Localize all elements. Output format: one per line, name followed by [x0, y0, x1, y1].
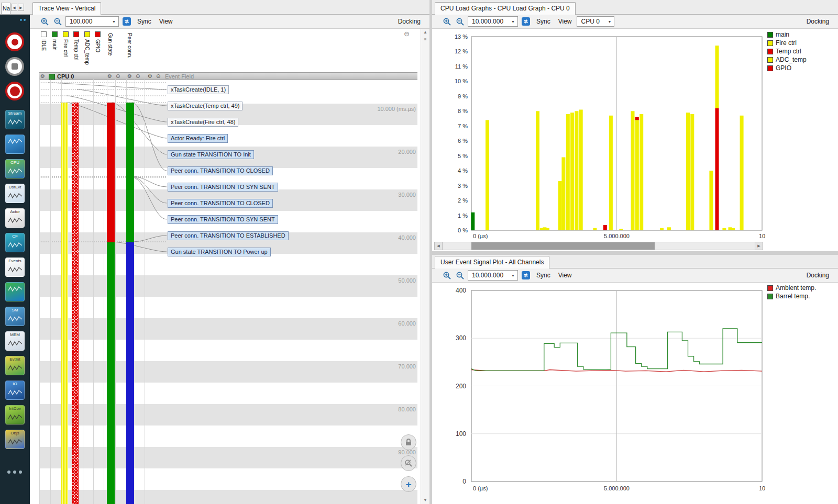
gun-state-gear-icon[interactable]: ⚙ [107, 73, 112, 80]
cpu-load-bar-temp-ctrl [635, 117, 639, 120]
sidebar-item-intcov[interactable]: IntCov [5, 405, 25, 424]
cpu-horizontal-scrollbar[interactable]: ◀ ▶ [434, 242, 763, 250]
event-label[interactable]: Peer conn. TRANSITION TO ESTABLISHED [168, 231, 289, 240]
trace-lane-gun-state[interactable] [107, 103, 115, 242]
zoom-in-button[interactable] [39, 16, 50, 27]
column-settings-row: ⚙CPU 0⚙⊙⚙⊙⚙⊖Event Field [39, 72, 417, 80]
stop-button[interactable] [5, 57, 24, 76]
interval-combobox[interactable]: 10.000.000▼ [468, 270, 518, 281]
event-label[interactable]: Peer conn. TRANSITION TO SYN SENT [168, 215, 278, 224]
cpu-settings-gear-icon[interactable]: ⚙ [40, 73, 45, 80]
zoom-in-button[interactable] [442, 16, 452, 27]
cpu-select-combobox[interactable]: CPU 0▼ [577, 16, 614, 27]
trace-lane-gun-state[interactable] [107, 242, 115, 504]
event-label[interactable]: Gun state TRANSITION TO Power up [168, 248, 271, 256]
event-field-gear-icon[interactable]: ⚙ [148, 73, 152, 80]
scroll-down-button[interactable]: ▼ [421, 497, 429, 504]
sidebar-more-button[interactable] [7, 471, 22, 474]
docking-menu[interactable]: Docking [804, 18, 832, 25]
trace-lock-button[interactable] [401, 434, 416, 450]
scrollbar-thumb[interactable] [471, 242, 655, 250]
event-label[interactable]: Peer conn. TRANSITION TO SYN SENT [168, 183, 278, 192]
trace-lane-peer-conn[interactable] [126, 103, 134, 242]
record-button[interactable] [5, 32, 24, 51]
zoom-out-button[interactable] [455, 270, 465, 281]
peer-conn-gear-icon[interactable]: ⚙ [127, 73, 132, 80]
sync-icon[interactable] [521, 270, 531, 281]
event-label[interactable]: xTaskCreate(IDLE, 1) [168, 85, 229, 94]
zoom-out-button[interactable] [52, 16, 63, 27]
idle-checkbox[interactable] [41, 31, 47, 37]
column-color-swatch-main [52, 31, 58, 37]
tab-scroll-right-icon[interactable]: ▶ [18, 4, 24, 11]
sidebar-item-sm[interactable]: SM [5, 307, 25, 326]
signal-legend-item-barrel-temp: Barrel temp. [767, 292, 816, 300]
docking-menu[interactable]: Docking [804, 272, 832, 279]
sidebar-item-icon-1[interactable] [5, 135, 25, 154]
event-label[interactable]: Actor Ready: Fire ctrl [168, 134, 228, 143]
trace-add-button[interactable]: + [401, 476, 416, 492]
sidebar-item-icon-7[interactable] [5, 282, 25, 301]
trace-canvas[interactable]: ⚙CPU 0⚙⊙⚙⊙⚙⊖Event Field ⊖ ▲ ≡ ▼ IDLEmain… [30, 29, 429, 504]
sidebar-item-usrevt[interactable]: UsrEvt [5, 184, 25, 203]
sidebar-item-evtint[interactable]: EvtInt [5, 356, 25, 375]
collapse-all-icon[interactable]: ⊖ [404, 30, 410, 38]
trace-lane-fire-ctrl[interactable] [61, 103, 68, 504]
cpu-load-bar-fire-ctrl [561, 158, 565, 231]
scroll-up-button[interactable]: ▲ [421, 29, 429, 36]
sidebar-item-cf[interactable]: CF [5, 233, 25, 252]
legend-label: main [776, 31, 789, 38]
sidebar-item-io[interactable]: IO [5, 380, 25, 400]
zoom-out-button[interactable] [455, 16, 465, 27]
tab-user-event-signal-plot[interactable]: User Event Signal Plot - All Channels [435, 256, 549, 268]
sync-icon[interactable] [122, 16, 132, 27]
column-label-adc-temp: ADC_temp [84, 39, 90, 72]
gun-state-options-icon[interactable]: ⊙ [116, 73, 120, 80]
scroll-left-button[interactable]: ◀ [434, 242, 443, 250]
sidebar-item-stream[interactable]: Stream [5, 110, 25, 129]
time-axis-label: 10.000 (ms.µs) [377, 106, 416, 112]
interval-combobox[interactable]: 10.000.000▼ [468, 16, 518, 27]
view-menu[interactable]: View [157, 18, 175, 25]
zoom-level-combobox[interactable]: 100.000▼ [65, 16, 119, 27]
trace-lane-peer-conn[interactable] [126, 242, 134, 504]
legend-label: Barrel temp. [776, 293, 810, 300]
scrollbar-track[interactable] [443, 242, 755, 250]
sync-menu[interactable]: Sync [534, 18, 553, 25]
nav-tab[interactable]: Nav [1, 3, 10, 14]
sync-menu[interactable]: Sync [534, 272, 553, 279]
event-label[interactable]: Gun state TRANSITION TO Init [168, 150, 254, 159]
event-label[interactable]: Peer conn. TRANSITION TO CLOSED [168, 199, 273, 208]
peer-conn-options-icon[interactable]: ⊙ [136, 73, 140, 80]
trace-lane-temp-ctrl[interactable] [72, 103, 79, 504]
tab-trace-view-vertical[interactable]: Trace View - Vertical [32, 2, 101, 15]
zoom-in-button[interactable] [442, 270, 452, 281]
sync-icon[interactable] [521, 16, 531, 27]
event-label[interactable]: xTaskCreate(Fire ctrl, 48) [168, 118, 238, 127]
record-alt-button[interactable] [5, 82, 24, 100]
sidebar-item-actor[interactable]: Actor [5, 208, 25, 228]
trace-zoom-lock-button[interactable] [401, 455, 416, 471]
sync-menu[interactable]: Sync [135, 18, 154, 25]
tab-cpu-load-graph[interactable]: CPU Load Graphs - CPU Load Graph - CPU 0 [435, 2, 576, 15]
sidebar-grip[interactable] [20, 19, 26, 21]
trace-vertical-scrollbar[interactable]: ▲ ≡ ▼ [421, 29, 429, 504]
scroll-menu-button[interactable]: ≡ [421, 36, 429, 43]
sidebar-item-mem[interactable]: MEM [5, 331, 25, 351]
svg-text:7 %: 7 % [458, 123, 468, 129]
event-field-collapse-icon[interactable]: ⊖ [156, 73, 160, 80]
scroll-right-button[interactable]: ▶ [755, 242, 763, 250]
sidebar-item-objs[interactable]: Objs [5, 430, 25, 449]
view-menu[interactable]: View [556, 18, 575, 25]
sidebar-item-events[interactable]: Events [5, 257, 25, 277]
event-label[interactable]: xTaskCreate(Temp ctrl, 49) [168, 102, 242, 110]
signal-toolbar: 10.000.000▼ Sync View Docking [432, 268, 838, 283]
column-color-swatch-temp-ctrl [73, 31, 79, 37]
sidebar-item-cpu[interactable]: CPU [5, 159, 25, 178]
docking-menu[interactable]: Docking [395, 18, 423, 25]
view-menu[interactable]: View [556, 272, 575, 279]
time-axis-label: 40.000 [398, 234, 416, 241]
tab-scroll-left-icon[interactable]: ◀ [11, 4, 17, 11]
trace-toolbar: 100.000▼ Sync View Docking [30, 15, 429, 29]
event-label[interactable]: Peer conn. TRANSITION TO CLOSED [168, 166, 273, 175]
